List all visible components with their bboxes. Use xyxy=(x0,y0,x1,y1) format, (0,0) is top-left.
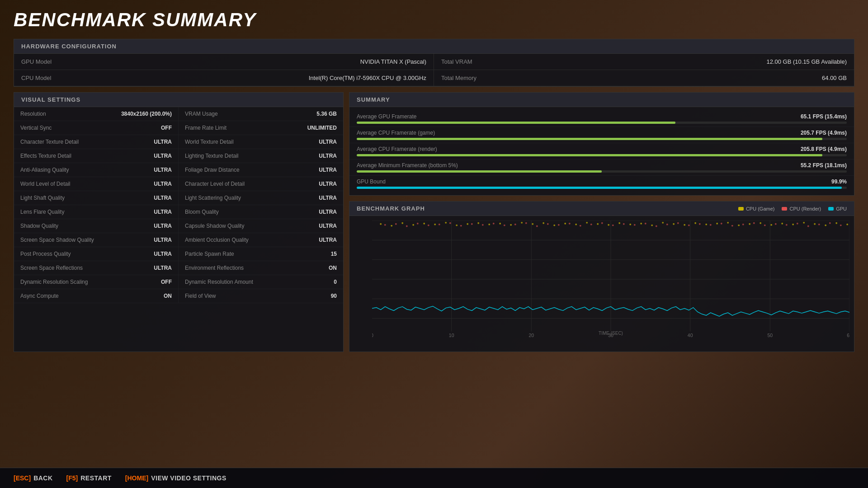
setting-value: ULTRA xyxy=(154,181,172,187)
legend-dot xyxy=(828,207,834,211)
setting-label: Post Process Quality xyxy=(20,251,154,257)
settings-grid: Resolution 3840x2160 (200.0%) VRAM Usage… xyxy=(14,107,343,303)
svg-point-83 xyxy=(536,225,538,227)
svg-point-80 xyxy=(504,225,505,226)
vram-label: Total VRAM xyxy=(441,58,495,65)
setting-value: ON xyxy=(329,265,337,271)
setting-value: ULTRA xyxy=(319,139,337,145)
svg-point-93 xyxy=(645,223,646,225)
metric-label: Average Minimum Framerate (bottom 5%) xyxy=(357,162,458,169)
setting-value: ULTRA xyxy=(319,195,337,201)
setting-value: ULTRA xyxy=(154,237,172,243)
bottom-button[interactable]: [HOME] VIEW VIDEO SETTINGS xyxy=(125,474,226,482)
svg-point-105 xyxy=(775,223,777,225)
svg-point-64 xyxy=(803,222,805,224)
svg-point-67 xyxy=(835,222,837,224)
setting-row: Capsule Shadow Quality ULTRA xyxy=(179,219,343,233)
setting-label: Foliage Draw Distance xyxy=(185,167,319,173)
setting-value: ULTRA xyxy=(319,209,337,215)
svg-point-110 xyxy=(829,222,831,224)
svg-point-28 xyxy=(412,224,414,226)
setting-value: ULTRA xyxy=(154,167,172,173)
svg-point-65 xyxy=(814,223,816,225)
metric-label: Average GPU Framerate xyxy=(357,113,417,120)
hardware-panel-title: HARDWARE CONFIGURATION xyxy=(14,39,854,54)
svg-point-47 xyxy=(618,222,620,224)
setting-row: Dynamic Resolution Amount 0 xyxy=(179,275,343,289)
summary-metric-row: Average CPU Framerate (render) 205.8 FPS… xyxy=(349,143,854,160)
setting-value: ULTRA xyxy=(154,195,172,201)
svg-point-92 xyxy=(634,224,636,226)
setting-label: Lighting Texture Detail xyxy=(185,153,319,159)
graph-title: BENCHMARK GRAPH xyxy=(357,205,425,212)
svg-text:10: 10 xyxy=(449,333,454,338)
metric-label: Average CPU Framerate (render) xyxy=(357,146,437,152)
svg-point-50 xyxy=(651,225,653,226)
setting-label: Light Shaft Quality xyxy=(20,195,154,201)
setting-row: Light Shaft Quality ULTRA xyxy=(14,191,179,205)
svg-text:20: 20 xyxy=(528,333,534,338)
setting-label: Screen Space Shadow Quality xyxy=(20,237,154,243)
cpu-value: Intel(R) Core(TM) i7-5960X CPU @ 3.00GHz xyxy=(309,75,426,81)
graph-legend: CPU (Game) CPU (Render) GPU xyxy=(738,206,847,211)
setting-label: Character Level of Detail xyxy=(185,181,319,187)
svg-point-48 xyxy=(629,224,631,225)
setting-row: Post Process Quality ULTRA xyxy=(14,247,179,261)
setting-value: ULTRA xyxy=(319,237,337,243)
progress-bar-fill xyxy=(357,170,602,173)
progress-bar-bg xyxy=(357,170,847,173)
bottom-bar: [ESC] BACK [F5] RESTART [HOME] VIEW VIDE… xyxy=(0,468,868,488)
svg-text:40: 40 xyxy=(688,333,693,338)
setting-value: OFF xyxy=(161,279,172,285)
svg-point-34 xyxy=(477,222,479,224)
svg-point-95 xyxy=(666,224,668,225)
setting-label: VRAM Usage xyxy=(185,111,316,117)
setting-value: 0 xyxy=(334,279,337,285)
svg-point-107 xyxy=(797,223,798,225)
svg-point-54 xyxy=(694,222,696,224)
svg-point-84 xyxy=(547,223,549,225)
setting-label: Frame Rate Limit xyxy=(185,125,307,131)
setting-row: Environment Reflections ON xyxy=(179,261,343,275)
setting-label: World Level of Detail xyxy=(20,181,154,187)
svg-point-58 xyxy=(738,225,740,226)
svg-point-59 xyxy=(749,223,750,225)
svg-point-76 xyxy=(460,225,462,227)
svg-point-100 xyxy=(721,223,722,225)
setting-value: ULTRA xyxy=(154,209,172,215)
graph-panel-header: BENCHMARK GRAPH CPU (Game) CPU (Render) … xyxy=(349,202,854,216)
setting-label: Field of View xyxy=(185,293,331,299)
hardware-row-cpu: CPU Model Intel(R) Core(TM) i7-5960X CPU… xyxy=(14,70,434,86)
svg-point-106 xyxy=(786,224,788,226)
setting-value: ULTRA xyxy=(319,181,337,187)
svg-point-35 xyxy=(488,224,490,225)
setting-value: ULTRA xyxy=(319,153,337,159)
svg-point-33 xyxy=(467,223,468,225)
setting-value: ON xyxy=(164,293,172,299)
progress-bar-fill xyxy=(357,154,822,156)
setting-row: Frame Rate Limit UNLIMITED xyxy=(179,121,343,135)
setting-label: Particle Spawn Rate xyxy=(185,251,331,257)
button-key: [F5] xyxy=(66,474,78,482)
setting-value: ULTRA xyxy=(319,223,337,229)
svg-point-60 xyxy=(760,222,761,224)
button-label: RESTART xyxy=(80,474,112,482)
svg-point-103 xyxy=(753,222,755,224)
setting-value: 5.36 GB xyxy=(316,111,337,117)
setting-label: World Texture Detail xyxy=(185,139,319,145)
cpu-label: CPU Model xyxy=(21,75,75,81)
summary-panel: SUMMARY Average GPU Framerate 65.1 FPS (… xyxy=(349,92,854,196)
svg-point-78 xyxy=(482,224,484,226)
right-panel: SUMMARY Average GPU Framerate 65.1 FPS (… xyxy=(349,92,854,352)
memory-label: Total Memory xyxy=(441,75,495,81)
svg-point-87 xyxy=(580,225,581,227)
setting-label: Light Scattering Quality xyxy=(185,195,319,201)
setting-label: Anti-Aliasing Quality xyxy=(20,167,154,173)
setting-row: Screen Space Reflections ULTRA xyxy=(14,261,179,275)
setting-value: ULTRA xyxy=(154,265,172,271)
setting-row: Particle Spawn Rate 15 xyxy=(179,247,343,261)
bottom-button[interactable]: [ESC] BACK xyxy=(14,474,53,482)
bottom-button[interactable]: [F5] RESTART xyxy=(66,474,112,482)
graph-area: 180 150 120 90 60 30 0 10 20 30 40 50 60 xyxy=(349,216,854,352)
setting-label: Async Compute xyxy=(20,293,164,299)
